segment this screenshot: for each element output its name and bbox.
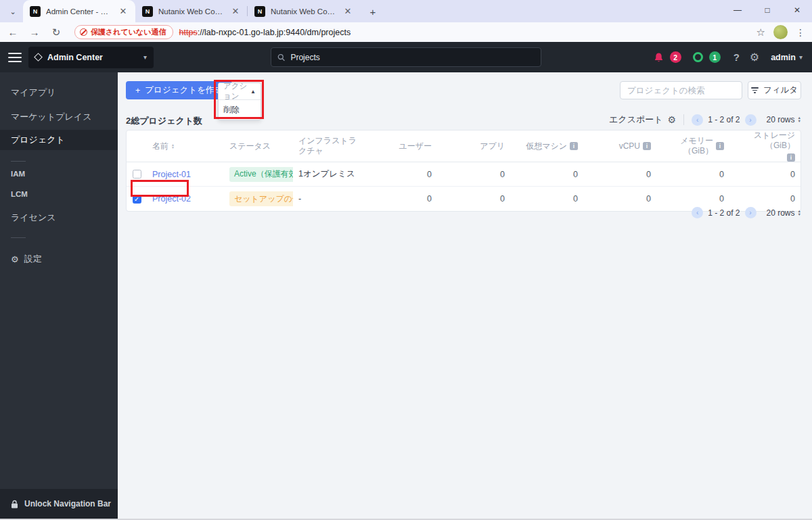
browser-profile-avatar[interactable] — [773, 25, 788, 39]
projects-table: 名前 ▲▼ ステータス インフラストラクチャ ユーザー アプリ 仮想マシンi v… — [126, 130, 801, 212]
row-checkbox-checked[interactable]: ✓ — [133, 195, 141, 204]
filter-icon — [751, 87, 759, 93]
window-minimize-button[interactable]: — — [723, 0, 752, 20]
site-security-chip[interactable]: 保護されていない通信 — [74, 25, 173, 39]
actions-dropdown-panel: アクション ▲ 削除 — [218, 82, 261, 120]
table-settings-gear-icon[interactable]: ⚙ — [668, 114, 677, 125]
infrastructure-value: 1オンプレミス — [293, 168, 363, 180]
browser-tab-active[interactable]: N Admin Center - Nutanix ✕ — [23, 0, 135, 22]
rows-per-page-selector[interactable]: 20 rows ▲▼ — [767, 208, 801, 218]
pagination-bottom: ‹ 1 - 2 of 2 › 20 rows ▲▼ — [692, 207, 801, 218]
column-header-vms[interactable]: 仮想マシンi — [510, 141, 583, 151]
browser-tab-3[interactable]: N Nutanix Web Console ✕ — [248, 0, 360, 22]
create-project-button[interactable]: + プロジェクトを作成 — [126, 81, 232, 99]
sidebar-item-marketplace[interactable]: マーケットプレイス — [0, 108, 118, 126]
menu-item-delete[interactable]: 削除 — [219, 100, 261, 120]
info-icon[interactable]: i — [643, 142, 651, 150]
rows-per-page-selector[interactable]: 20 rows ▲▼ — [767, 115, 801, 124]
actions-label: アクション — [223, 81, 250, 101]
info-icon[interactable]: i — [716, 142, 724, 150]
sidebar-item-settings[interactable]: ⚙ 設定 — [0, 253, 118, 265]
users-value: 0 — [363, 170, 437, 179]
global-search-field[interactable] — [271, 47, 541, 67]
browser-tab-2[interactable]: N Nutanix Web Console ✕ — [135, 0, 248, 22]
tab-search-button[interactable]: ⌄ — [4, 3, 22, 20]
global-search-input[interactable] — [290, 53, 535, 62]
project-name-link[interactable]: Project-02 — [152, 194, 191, 204]
vcpu-value: 0 — [583, 170, 656, 179]
app-switcher-dropdown[interactable]: Admin Center ▾ — [28, 47, 154, 68]
column-header-apps[interactable]: アプリ — [437, 141, 510, 151]
tab-close-icon[interactable]: ✕ — [230, 6, 241, 17]
vms-value: 0 — [510, 194, 583, 204]
sidebar-divider — [11, 237, 26, 238]
url-text[interactable]: https://lab-nxpc-01.go-lab.jp:9440/dm/pr… — [179, 28, 351, 37]
column-header-memory[interactable]: メモリー（GiB）i — [656, 136, 729, 156]
hamburger-menu-icon[interactable] — [8, 53, 22, 62]
tab-close-icon[interactable]: ✕ — [342, 6, 353, 17]
sidebar-item-projects[interactable]: プロジェクト — [0, 130, 118, 150]
sidebar-item-my-apps[interactable]: マイアプリ — [0, 83, 118, 101]
vcpu-value: 0 — [583, 194, 656, 204]
page-next-button[interactable]: › — [745, 207, 757, 218]
tasks-ring-icon[interactable] — [693, 52, 703, 62]
export-label[interactable]: エクスポート — [609, 114, 663, 126]
unlock-label: Unlock Navigation Bar — [24, 499, 111, 509]
column-header-name[interactable]: 名前 ▲▼ — [147, 141, 224, 151]
page-prev-button[interactable]: ‹ — [692, 207, 703, 218]
updown-caret-icon: ▲▼ — [798, 210, 801, 216]
page-next-button[interactable]: › — [745, 114, 757, 126]
unlock-navigation-bar[interactable]: Unlock Navigation Bar — [0, 489, 118, 519]
actions-dropdown-toggle[interactable]: アクション ▲ — [219, 83, 261, 100]
page-range-label: 1 - 2 of 2 — [708, 208, 740, 218]
alerts-count-badge[interactable]: 2 — [670, 51, 681, 63]
info-icon[interactable]: i — [570, 142, 578, 150]
column-header-infrastructure[interactable]: インフラストラクチャ — [293, 136, 363, 156]
window-close-button[interactable]: ✕ — [782, 0, 812, 20]
row-checkbox[interactable] — [133, 170, 141, 179]
project-search-input[interactable] — [620, 81, 742, 99]
url-scheme: https — [179, 28, 198, 37]
user-name-label: admin — [771, 53, 796, 62]
divider — [683, 114, 684, 125]
column-header-storage[interactable]: ストレージ（GiB）i — [729, 131, 800, 162]
sidebar-item-license[interactable]: ライセンス — [0, 208, 118, 227]
forward-icon[interactable]: → — [26, 24, 43, 41]
new-tab-button[interactable]: + — [364, 3, 382, 20]
settings-gear-icon[interactable]: ⚙ — [750, 51, 759, 64]
tab-title: Nutanix Web Console — [271, 7, 338, 16]
triangle-up-icon: ▲ — [250, 89, 256, 95]
column-header-vcpu[interactable]: vCPUi — [583, 141, 656, 151]
app-switcher-label: Admin Center — [47, 53, 143, 62]
back-icon[interactable]: ← — [4, 24, 22, 41]
alerts-bell-icon[interactable] — [654, 52, 664, 63]
sidebar-item-lcm[interactable]: LCM — [0, 186, 118, 202]
reload-icon[interactable]: ↻ — [47, 24, 65, 41]
browser-tab-strip: ⌄ N Admin Center - Nutanix ✕ N Nutanix W… — [0, 0, 812, 22]
project-name-link[interactable]: Project-01 — [152, 170, 191, 179]
window-maximize-button[interactable]: □ — [752, 0, 782, 20]
user-menu[interactable]: admin ▾ — [771, 53, 803, 62]
search-icon — [277, 53, 285, 62]
column-header-users[interactable]: ユーザー — [363, 141, 437, 151]
browser-menu-icon[interactable]: ⋮ — [796, 27, 805, 38]
sort-icon: ▲▼ — [171, 143, 175, 149]
create-project-label: プロジェクトを作成 — [145, 85, 223, 96]
rows-label: 20 rows — [767, 115, 795, 124]
page-prev-button[interactable]: ‹ — [692, 114, 703, 126]
app-navbar: Admin Center ▾ 2 1 ? ⚙ admin ▾ — [0, 42, 812, 72]
help-icon[interactable]: ? — [734, 51, 740, 63]
gear-icon: ⚙ — [11, 254, 19, 264]
info-icon[interactable]: i — [787, 153, 795, 162]
sidebar-settings-label: 設定 — [24, 253, 42, 265]
filter-button[interactable]: フィルタ — [748, 81, 801, 99]
bookmark-star-icon[interactable]: ☆ — [757, 26, 765, 39]
header-label: 仮想マシン — [526, 141, 567, 151]
filter-label: フィルタ — [763, 85, 798, 96]
tasks-count-badge[interactable]: 1 — [709, 51, 721, 63]
memory-value: 0 — [656, 194, 729, 204]
chevron-down-icon: ▾ — [143, 53, 147, 61]
sidebar-item-iam[interactable]: IAM — [0, 166, 118, 182]
column-header-status[interactable]: ステータス — [224, 141, 293, 151]
tab-close-icon[interactable]: ✕ — [118, 6, 129, 17]
